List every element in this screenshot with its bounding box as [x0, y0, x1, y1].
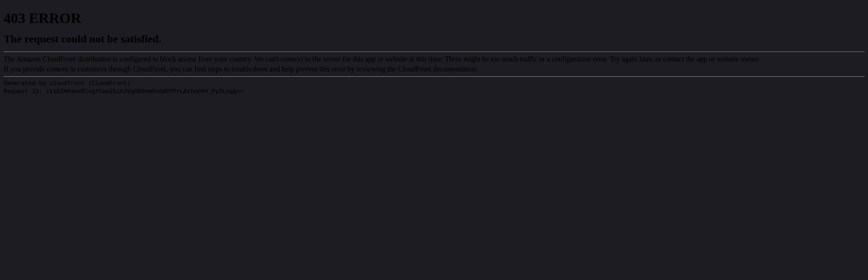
error-title: 403 ERROR [4, 10, 864, 27]
divider-top [4, 51, 864, 52]
error-message-2: If you provide content to customers thro… [4, 65, 864, 74]
error-message-1: The Amazon CloudFront distribution is co… [4, 55, 864, 64]
generated-by-line: Generated by cloudfront (CloudFront) [4, 80, 131, 87]
error-details: Generated by cloudfront (CloudFront) Req… [4, 79, 864, 95]
divider-bottom [4, 76, 864, 77]
error-subtitle: The request could not be satisfied. [4, 33, 864, 45]
request-id-line: Request ID: ikiEZHH4eeRlugfCwwZGihJVg8B0… [4, 88, 244, 95]
